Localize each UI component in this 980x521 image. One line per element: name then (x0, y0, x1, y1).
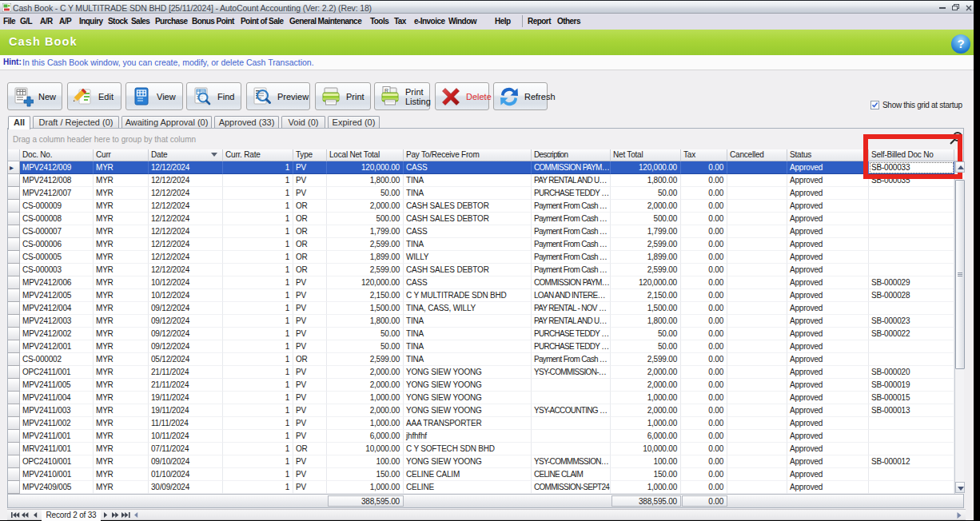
svg-text:R: R (384, 88, 388, 93)
